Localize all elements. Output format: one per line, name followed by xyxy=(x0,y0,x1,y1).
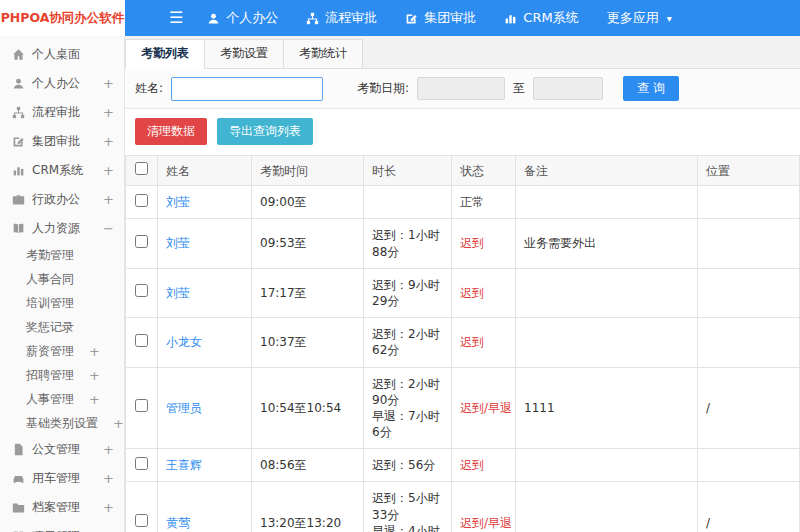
home-icon xyxy=(12,48,25,61)
filter-bar: 姓名: 考勤日期: 至 查 询 xyxy=(125,69,800,109)
employee-name-link[interactable]: 王喜辉 xyxy=(166,458,202,472)
sidebar-item[interactable]: 集团审批+ xyxy=(0,127,124,156)
search-button[interactable]: 查 询 xyxy=(623,76,679,101)
table-row: 刘莹17:17至迟到：9小时29分迟到 xyxy=(126,268,800,317)
sidebar-item[interactable]: 人事合同 xyxy=(0,267,124,291)
duration: 迟到：2小时90分 早退：7小时6分 xyxy=(364,367,452,449)
sidebar-item[interactable]: 流程审批+ xyxy=(0,98,124,127)
row-checkbox[interactable] xyxy=(135,399,148,412)
topnav-item[interactable]: CRM系统 xyxy=(504,9,578,27)
row-checkbox[interactable] xyxy=(135,514,148,527)
expand-icon[interactable]: + xyxy=(103,77,114,90)
row-checkbox[interactable] xyxy=(135,334,148,347)
row-checkbox-cell xyxy=(126,268,158,317)
expand-icon[interactable]: + xyxy=(103,472,114,485)
topnav-item[interactable]: 更多应用▾ xyxy=(607,9,672,27)
attendance-time: 09:00至 xyxy=(252,186,364,219)
main-content: 考勤列表考勤设置考勤统计 姓名: 考勤日期: 至 查 询 清理数据 导出查询列表 xyxy=(125,36,800,532)
flow-icon xyxy=(306,12,319,25)
expand-icon[interactable]: + xyxy=(103,501,114,514)
employee-name-link[interactable]: 黄莺 xyxy=(166,516,190,530)
status-text: 迟到 xyxy=(460,335,484,349)
remark xyxy=(516,186,698,219)
expand-icon[interactable]: + xyxy=(103,193,114,206)
collapse-icon[interactable]: − xyxy=(103,222,114,235)
sidebar-item-label: 流程审批 xyxy=(32,104,96,121)
user-icon xyxy=(12,77,25,90)
date-from-input[interactable] xyxy=(417,77,505,100)
attendance-time: 09:53至 xyxy=(252,219,364,268)
sidebar-item-label: 薪资管理 xyxy=(26,343,74,360)
sidebar-item[interactable]: 考勤管理 xyxy=(0,243,124,267)
employee-name-link[interactable]: 刘莹 xyxy=(166,286,190,300)
expand-icon[interactable]: + xyxy=(103,443,114,456)
table-row: 小龙女10:37至迟到：2小时62分迟到 xyxy=(126,318,800,367)
name-filter-input[interactable] xyxy=(171,77,323,101)
expand-icon[interactable]: + xyxy=(113,417,124,430)
table-row: 黄莺13:20至13:20迟到：5小时33分 早退：4小时67分迟到/早退/ xyxy=(126,482,800,532)
date-to-label: 至 xyxy=(513,80,525,97)
sidebar: 个人桌面个人办公+流程审批+集团审批+CRM系统+行政办公+人力资源−考勤管理人… xyxy=(0,36,125,532)
row-checkbox[interactable] xyxy=(135,194,148,207)
expand-icon[interactable]: + xyxy=(103,135,114,148)
sidebar-item[interactable]: 用车管理+ xyxy=(0,464,124,493)
attendance-time: 13:20至13:20 xyxy=(252,482,364,532)
sidebar-item[interactable]: 项目管理+ xyxy=(0,522,124,532)
row-checkbox[interactable] xyxy=(135,457,148,470)
sidebar-item[interactable]: 薪资管理+ xyxy=(0,339,124,363)
action-bar: 清理数据 导出查询列表 xyxy=(125,109,800,155)
sidebar-item[interactable]: 个人办公+ xyxy=(0,69,124,98)
sidebar-item[interactable]: 奖惩记录 xyxy=(0,315,124,339)
sidebar-item[interactable]: 培训管理 xyxy=(0,291,124,315)
date-to-input[interactable] xyxy=(533,77,603,100)
date-filter-label: 考勤日期: xyxy=(357,80,409,97)
sidebar-item[interactable]: 人力资源− xyxy=(0,214,124,243)
sidebar-item[interactable]: 人事管理+ xyxy=(0,387,124,411)
book-icon xyxy=(12,222,25,235)
expand-icon[interactable]: + xyxy=(103,106,114,119)
topnav-item[interactable]: 流程审批 xyxy=(306,9,377,27)
employee-name-cell: 黄莺 xyxy=(158,482,252,532)
expand-icon[interactable]: + xyxy=(89,393,100,406)
sidebar-item[interactable]: 公文管理+ xyxy=(0,435,124,464)
status-cell: 迟到/早退 xyxy=(452,482,516,532)
employee-name-link[interactable]: 管理员 xyxy=(166,401,202,415)
sidebar-item[interactable]: 基础类别设置+ xyxy=(0,411,124,435)
attendance-time: 08:56至 xyxy=(252,449,364,482)
sidebar-item[interactable]: 招聘管理+ xyxy=(0,363,124,387)
export-list-button[interactable]: 导出查询列表 xyxy=(217,118,313,145)
row-checkbox[interactable] xyxy=(135,284,148,297)
employee-name-link[interactable]: 刘莹 xyxy=(166,236,190,250)
employee-name-link[interactable]: 小龙女 xyxy=(166,335,202,349)
app-logo[interactable]: PHPOA协同办公软件 xyxy=(0,0,125,36)
status-cell: 迟到/早退 xyxy=(452,367,516,449)
column-header: 时长 xyxy=(364,156,452,186)
tab[interactable]: 考勤列表 xyxy=(125,39,205,69)
sidebar-item-label: 用车管理 xyxy=(32,470,96,487)
expand-icon[interactable]: + xyxy=(103,164,114,177)
location: / xyxy=(698,367,800,449)
remark: 1111 xyxy=(516,367,698,449)
tab[interactable]: 考勤设置 xyxy=(204,39,284,68)
select-all-checkbox[interactable] xyxy=(135,162,148,175)
status-text: 迟到/早退 xyxy=(460,516,512,530)
sidebar-item[interactable]: CRM系统+ xyxy=(0,156,124,185)
top-nav: 个人办公流程审批集团审批CRM系统更多应用▾ xyxy=(207,9,671,27)
tab[interactable]: 考勤统计 xyxy=(283,39,363,68)
topnav-item[interactable]: 集团审批 xyxy=(405,9,476,27)
clean-data-button[interactable]: 清理数据 xyxy=(135,118,207,145)
location xyxy=(698,318,800,367)
sidebar-item-label: CRM系统 xyxy=(32,162,96,179)
sidebar-item-label: 招聘管理 xyxy=(26,367,74,384)
row-checkbox[interactable] xyxy=(135,235,148,248)
status-text: 迟到 xyxy=(460,286,484,300)
topnav-item[interactable]: 个人办公 xyxy=(207,9,278,27)
sidebar-item[interactable]: 行政办公+ xyxy=(0,185,124,214)
table-body: 刘莹09:00至正常刘莹09:53至迟到：1小时88分迟到业务需要外出刘莹17:… xyxy=(126,186,800,532)
sidebar-item[interactable]: 个人桌面 xyxy=(0,40,124,69)
hamburger-icon[interactable]: ☰ xyxy=(169,10,183,26)
expand-icon[interactable]: + xyxy=(89,369,100,382)
employee-name-link[interactable]: 刘莹 xyxy=(166,195,190,209)
expand-icon[interactable]: + xyxy=(89,345,100,358)
sidebar-item[interactable]: 档案管理+ xyxy=(0,493,124,522)
